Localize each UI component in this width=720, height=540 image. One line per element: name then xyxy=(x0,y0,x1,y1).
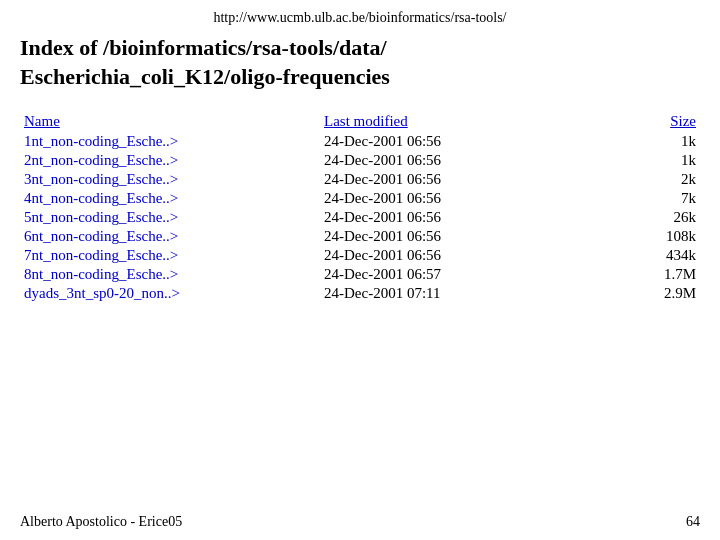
file-link[interactable]: 3nt_non-coding_Esche..> xyxy=(24,171,178,187)
url-bar: http://www.ucmb.ulb.ac.be/bioinformatics… xyxy=(20,10,700,26)
file-name-cell: 8nt_non-coding_Esche..> xyxy=(20,265,320,284)
file-size-cell: 108k xyxy=(500,227,700,246)
table-row: 5nt_non-coding_Esche..>24-Dec-2001 06:56… xyxy=(20,208,700,227)
file-link[interactable]: 5nt_non-coding_Esche..> xyxy=(24,209,178,225)
footer-credit: Alberto Apostolico - Erice05 xyxy=(20,514,182,530)
file-name-cell: 6nt_non-coding_Esche..> xyxy=(20,227,320,246)
file-name-cell: 3nt_non-coding_Esche..> xyxy=(20,170,320,189)
page-title-line2: Escherichia_coli_K12/oligo-frequencies xyxy=(20,64,390,89)
file-size-cell: 26k xyxy=(500,208,700,227)
table-row: 6nt_non-coding_Esche..>24-Dec-2001 06:56… xyxy=(20,227,700,246)
file-size-cell: 7k xyxy=(500,189,700,208)
table-row: 3nt_non-coding_Esche..>24-Dec-2001 06:56… xyxy=(20,170,700,189)
file-link[interactable]: 1nt_non-coding_Esche..> xyxy=(24,133,178,149)
file-modified-cell: 24-Dec-2001 06:56 xyxy=(320,170,500,189)
file-link[interactable]: 6nt_non-coding_Esche..> xyxy=(24,228,178,244)
file-name-cell: 2nt_non-coding_Esche..> xyxy=(20,151,320,170)
footer-page-number: 64 xyxy=(686,514,700,530)
col-header-name[interactable]: Name xyxy=(20,111,320,132)
url-text: http://www.ucmb.ulb.ac.be/bioinformatics… xyxy=(213,10,506,25)
table-header-row: Name Last modified Size xyxy=(20,111,700,132)
file-name-cell: 5nt_non-coding_Esche..> xyxy=(20,208,320,227)
file-name-cell: 7nt_non-coding_Esche..> xyxy=(20,246,320,265)
file-size-cell: 2k xyxy=(500,170,700,189)
file-modified-cell: 24-Dec-2001 06:56 xyxy=(320,151,500,170)
file-modified-cell: 24-Dec-2001 06:56 xyxy=(320,189,500,208)
page-title: Index of /bioinformatics/rsa-tools/data/… xyxy=(20,34,700,91)
table-row: 4nt_non-coding_Esche..>24-Dec-2001 06:56… xyxy=(20,189,700,208)
file-link[interactable]: dyads_3nt_sp0-20_non..> xyxy=(24,285,180,301)
table-row: 1nt_non-coding_Esche..>24-Dec-2001 06:56… xyxy=(20,132,700,151)
file-size-cell: 1k xyxy=(500,151,700,170)
table-row: 8nt_non-coding_Esche..>24-Dec-2001 06:57… xyxy=(20,265,700,284)
page-title-line1: Index of /bioinformatics/rsa-tools/data/ xyxy=(20,35,387,60)
file-size-cell: 1k xyxy=(500,132,700,151)
file-size-cell: 434k xyxy=(500,246,700,265)
file-modified-cell: 24-Dec-2001 06:56 xyxy=(320,208,500,227)
file-link[interactable]: 8nt_non-coding_Esche..> xyxy=(24,266,178,282)
file-modified-cell: 24-Dec-2001 06:57 xyxy=(320,265,500,284)
file-link[interactable]: 2nt_non-coding_Esche..> xyxy=(24,152,178,168)
file-name-cell: dyads_3nt_sp0-20_non..> xyxy=(20,284,320,303)
file-table-body: 1nt_non-coding_Esche..>24-Dec-2001 06:56… xyxy=(20,132,700,303)
table-row: 7nt_non-coding_Esche..>24-Dec-2001 06:56… xyxy=(20,246,700,265)
file-modified-cell: 24-Dec-2001 06:56 xyxy=(320,132,500,151)
file-link[interactable]: 4nt_non-coding_Esche..> xyxy=(24,190,178,206)
file-modified-cell: 24-Dec-2001 07:11 xyxy=(320,284,500,303)
footer: Alberto Apostolico - Erice05 64 xyxy=(20,504,700,530)
file-link[interactable]: 7nt_non-coding_Esche..> xyxy=(24,247,178,263)
table-row: 2nt_non-coding_Esche..>24-Dec-2001 06:56… xyxy=(20,151,700,170)
file-modified-cell: 24-Dec-2001 06:56 xyxy=(320,246,500,265)
file-table: Name Last modified Size 1nt_non-coding_E… xyxy=(20,111,700,303)
table-row: dyads_3nt_sp0-20_non..>24-Dec-2001 07:11… xyxy=(20,284,700,303)
file-name-cell: 4nt_non-coding_Esche..> xyxy=(20,189,320,208)
file-size-cell: 2.9M xyxy=(500,284,700,303)
file-size-cell: 1.7M xyxy=(500,265,700,284)
file-modified-cell: 24-Dec-2001 06:56 xyxy=(320,227,500,246)
col-header-modified[interactable]: Last modified xyxy=(320,111,500,132)
col-header-size[interactable]: Size xyxy=(500,111,700,132)
file-name-cell: 1nt_non-coding_Esche..> xyxy=(20,132,320,151)
